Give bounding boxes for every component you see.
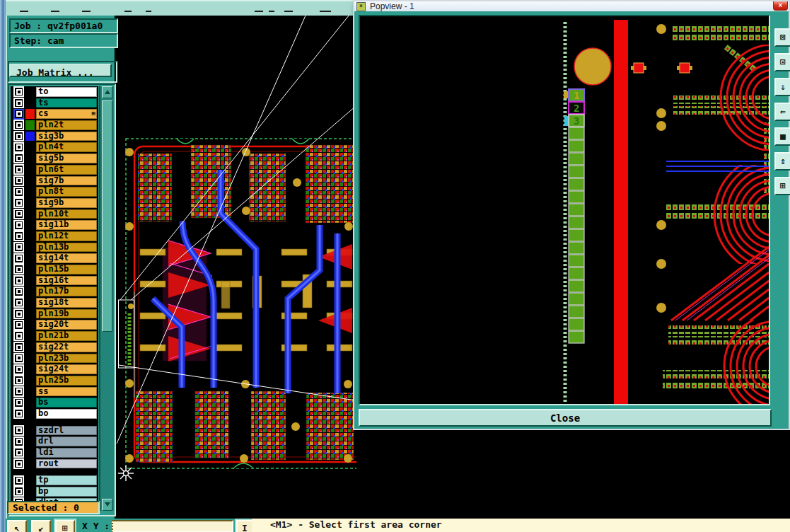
fit-view-button[interactable]: ■ — [774, 127, 790, 146]
layer-color-swatch[interactable] — [25, 409, 35, 419]
layer-color-swatch[interactable] — [25, 448, 35, 458]
layer-color-swatch[interactable] — [25, 220, 35, 230]
menu-item-mark[interactable] — [51, 11, 59, 12]
layer-visibility-checkbox[interactable] — [13, 153, 24, 163]
layer-row-sig14t[interactable]: sig14t — [11, 253, 98, 264]
layer-color-swatch[interactable] — [25, 426, 35, 436]
layer-row-sig5b[interactable]: sig5b — [11, 153, 98, 164]
layer-row-cs[interactable]: cs⊞ — [11, 108, 98, 120]
layer-visibility-checkbox[interactable] — [13, 386, 24, 397]
layer-visibility-checkbox[interactable] — [13, 375, 24, 386]
layer-visibility-checkbox[interactable] — [13, 330, 24, 341]
layer-color-swatch[interactable] — [25, 209, 35, 219]
layer-color-swatch[interactable] — [25, 98, 35, 108]
menu-item-mark[interactable] — [255, 11, 263, 12]
layer-color-swatch[interactable] — [25, 459, 35, 469]
layer-row-pln2t[interactable]: pln2t — [11, 120, 98, 131]
layer-visibility-checkbox[interactable] — [13, 242, 24, 253]
layer-visibility-checkbox[interactable] — [13, 231, 24, 241]
layer-visibility-checkbox[interactable] — [13, 398, 24, 408]
select-pointer-button[interactable]: ↖ — [7, 520, 27, 532]
layer-color-swatch[interactable] — [25, 231, 35, 241]
layer-row-sig9b[interactable]: sig9b — [11, 197, 98, 209]
layer-visibility-checkbox[interactable] — [13, 308, 24, 319]
layer-list-scrollbar[interactable] — [99, 86, 114, 511]
layer-row-to[interactable]: to — [11, 86, 98, 98]
layer-visibility-checkbox[interactable] — [13, 287, 24, 297]
layer-row-sig22t[interactable]: sig22t — [11, 342, 98, 353]
layer-color-swatch[interactable] — [25, 120, 35, 130]
job-matrix-button[interactable]: Job Matrix ... — [9, 64, 112, 77]
layer-row-pln12t[interactable]: pln12t — [11, 231, 98, 242]
layer-visibility-checkbox[interactable] — [13, 86, 24, 97]
layer-row-pln4t[interactable]: pln4t — [11, 141, 98, 153]
layer-visibility-checkbox[interactable] — [13, 447, 24, 458]
layer-visibility-checkbox[interactable] — [13, 175, 24, 186]
layer-row-bo[interactable]: bo — [11, 408, 98, 420]
layer-color-swatch[interactable] — [25, 342, 35, 352]
layer-visibility-checkbox[interactable] — [13, 436, 24, 447]
layer-row-pln17b[interactable]: pln17b — [11, 286, 98, 297]
layer-row-tp[interactable]: tp — [11, 475, 98, 486]
layer-color-swatch[interactable] — [25, 187, 35, 197]
scrollbar-thumb[interactable] — [102, 100, 112, 332]
layer-color-swatch[interactable] — [25, 287, 35, 296]
layer-color-swatch[interactable] — [25, 87, 35, 97]
layer-visibility-checkbox[interactable] — [13, 425, 24, 436]
layer-row-pln19b[interactable]: pln19b — [11, 308, 98, 320]
layer-row-ss[interactable]: ss — [11, 386, 98, 398]
layer-color-swatch[interactable] — [25, 154, 35, 163]
layer-color-swatch[interactable] — [25, 265, 35, 274]
layer-visibility-checkbox[interactable] — [13, 408, 24, 419]
layer-color-swatch[interactable] — [25, 376, 35, 386]
layer-color-swatch[interactable] — [25, 198, 35, 208]
layer-visibility-checkbox[interactable] — [13, 187, 24, 197]
menu-item-mark[interactable] — [146, 11, 151, 12]
layer-row-sig16t[interactable]: sig16t — [11, 275, 98, 287]
layer-row-pln8t[interactable]: pln8t — [11, 186, 98, 197]
layer-visibility-checkbox[interactable] — [13, 220, 24, 231]
layer-visibility-checkbox[interactable] — [13, 253, 24, 264]
layer-row-szdrl[interactable]: szdrl — [11, 425, 98, 436]
scroll-up-arrow[interactable] — [102, 86, 112, 98]
menu-item-mark[interactable] — [320, 11, 331, 12]
layer-visibility-checkbox[interactable] — [13, 197, 24, 208]
scroll-vertical-button[interactable]: ⇕ — [774, 152, 790, 170]
xy-coordinate-input[interactable] — [112, 520, 233, 532]
menu-item-mark[interactable] — [82, 11, 91, 12]
popview-pcb-view[interactable]: 1 2 3 — [359, 15, 770, 405]
zoom-window-button[interactable]: ⊞ — [55, 520, 75, 532]
popview-title-bar[interactable]: × Popview - 1 — [354, 1, 789, 11]
layer-visibility-checkbox[interactable] — [13, 164, 24, 175]
layer-row-pln6t[interactable]: pln6t — [11, 164, 98, 175]
layer-visibility-checkbox[interactable] — [13, 353, 24, 364]
layer-color-swatch[interactable] — [25, 276, 35, 286]
layer-row-sig24t[interactable]: sig24t — [11, 364, 98, 375]
pan-pointer-button[interactable]: ↙ — [31, 520, 51, 532]
grid-view-button[interactable]: ⊞ — [774, 177, 790, 195]
layer-color-swatch[interactable] — [25, 142, 35, 152]
layer-row-bp[interactable]: bp — [11, 486, 98, 497]
layer-row-pln21b[interactable]: pln21b — [11, 330, 98, 342]
layer-visibility-checkbox[interactable] — [13, 120, 24, 130]
layer-color-swatch[interactable] — [25, 387, 35, 397]
layer-color-swatch[interactable] — [25, 487, 35, 497]
layer-color-swatch[interactable] — [25, 331, 35, 341]
layer-color-swatch[interactable] — [25, 320, 35, 330]
layer-color-swatch[interactable] — [25, 354, 35, 364]
layer-color-swatch[interactable] — [25, 176, 35, 186]
layer-visibility-checkbox[interactable] — [13, 364, 24, 375]
layer-row-ldi[interactable]: ldi — [11, 447, 98, 458]
layer-color-swatch[interactable] — [25, 436, 35, 446]
layer-row-pln25b[interactable]: pln25b — [11, 375, 98, 386]
layer-color-swatch[interactable] — [25, 298, 35, 308]
layer-row-pln15b[interactable]: pln15b — [11, 264, 98, 275]
layer-color-swatch[interactable] — [25, 364, 35, 374]
layer-row-ts[interactable]: ts — [11, 98, 98, 109]
layer-row-sig3b[interactable]: sig3b — [11, 131, 98, 142]
menu-item-mark[interactable] — [20, 11, 28, 12]
menu-item-mark[interactable] — [269, 11, 274, 12]
pan-left-button[interactable]: ⇐ — [774, 103, 790, 121]
layer-color-swatch[interactable] — [25, 253, 35, 263]
popview-close-button[interactable]: Close — [359, 409, 772, 427]
